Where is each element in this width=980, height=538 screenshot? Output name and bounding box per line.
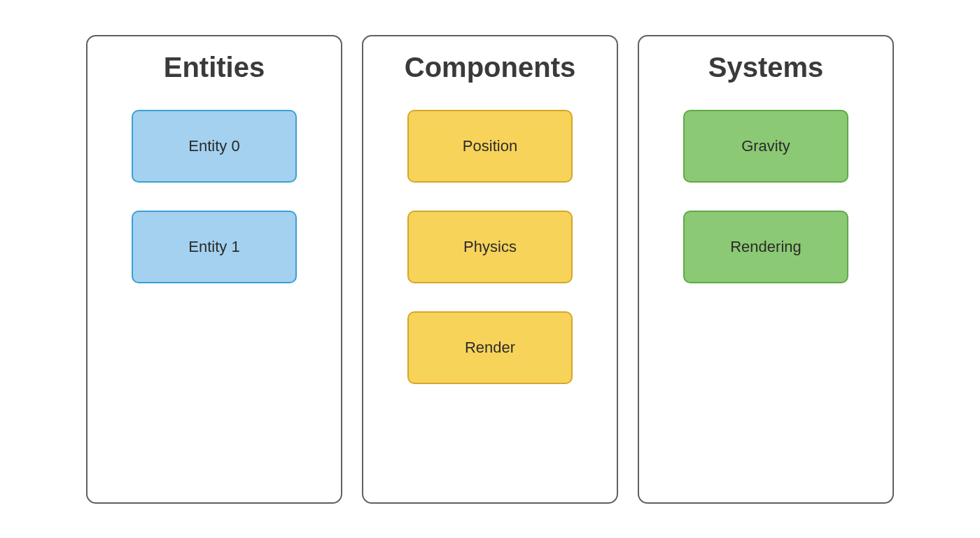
entity-item: Entity 1 xyxy=(132,211,297,283)
column-title: Systems xyxy=(708,52,824,83)
column-title: Entities xyxy=(164,52,265,83)
column-title: Components xyxy=(405,52,575,83)
item-label: Gravity xyxy=(741,137,790,155)
component-item: Physics xyxy=(407,211,573,283)
item-label: Entity 0 xyxy=(188,137,239,155)
ecs-diagram: Entities Entity 0 Entity 1 Components Po… xyxy=(86,35,894,504)
systems-list: Gravity Rendering xyxy=(684,110,848,283)
entity-item: Entity 0 xyxy=(132,110,297,183)
column-entities: Entities Entity 0 Entity 1 xyxy=(86,35,342,504)
system-item: Gravity xyxy=(683,110,848,183)
column-components: Components Position Physics Render xyxy=(362,35,618,504)
column-systems: Systems Gravity Rendering xyxy=(638,35,894,504)
component-item: Render xyxy=(407,311,573,384)
component-item: Position xyxy=(407,110,573,183)
item-label: Rendering xyxy=(730,238,802,256)
components-list: Position Physics Render xyxy=(408,110,572,384)
item-label: Render xyxy=(465,339,515,357)
item-label: Entity 1 xyxy=(188,238,239,256)
item-label: Position xyxy=(463,137,517,155)
entities-list: Entity 0 Entity 1 xyxy=(132,110,296,283)
system-item: Rendering xyxy=(683,211,848,283)
item-label: Physics xyxy=(463,238,517,256)
